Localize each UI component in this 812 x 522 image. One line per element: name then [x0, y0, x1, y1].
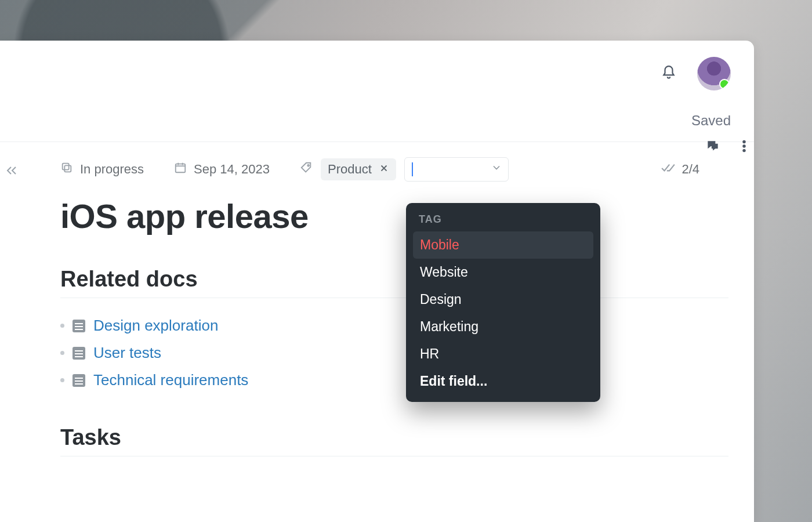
related-docs-list: Design exploration User tests Technical …	[60, 312, 728, 394]
tag-input[interactable]	[404, 157, 509, 182]
document-icon	[72, 347, 85, 360]
chevron-down-icon[interactable]	[491, 162, 502, 177]
svg-rect-5	[176, 164, 186, 173]
section-tasks: Tasks	[60, 425, 728, 456]
status-field[interactable]: In progress	[60, 161, 144, 177]
notifications-icon[interactable]	[661, 65, 676, 82]
doc-link[interactable]: Technical requirements	[93, 371, 248, 389]
double-check-icon	[661, 160, 676, 179]
doc-link[interactable]: Design exploration	[93, 317, 218, 335]
bullet-icon	[60, 351, 64, 355]
dropdown-item-website[interactable]: Website	[413, 259, 593, 286]
svg-rect-4	[64, 165, 71, 172]
save-status: Saved	[691, 113, 731, 129]
svg-point-2	[743, 149, 745, 151]
collapse-sidebar-icon[interactable]	[5, 164, 19, 180]
bullet-icon	[60, 378, 64, 382]
dropdown-item-mobile[interactable]: Mobile	[413, 231, 593, 259]
bullet-icon	[60, 324, 64, 328]
document-card: Saved In progress Sep	[0, 41, 754, 522]
doc-link[interactable]: User tests	[93, 344, 161, 362]
topbar: Saved	[0, 41, 754, 142]
tag-icon	[300, 161, 313, 177]
tag-field: Product	[300, 157, 509, 182]
list-item[interactable]: Technical requirements	[60, 367, 728, 394]
status-label: In progress	[80, 162, 144, 177]
svg-rect-3	[63, 164, 69, 170]
page-title[interactable]: iOS app release	[60, 197, 728, 235]
dropdown-item-marketing[interactable]: Marketing	[413, 313, 593, 340]
dropdown-edit-field[interactable]: Edit field...	[413, 368, 593, 395]
tag-chip-label: Product	[328, 162, 372, 177]
document-content: In progress Sep 14, 2023 Product	[35, 142, 754, 522]
svg-point-1	[743, 145, 745, 147]
tag-dropdown: TAG Mobile Website Design Marketing HR E…	[406, 203, 600, 402]
svg-point-0	[743, 140, 745, 143]
list-item[interactable]: User tests	[60, 339, 728, 367]
dropdown-label: TAG	[413, 212, 593, 231]
tag-chip[interactable]: Product	[321, 158, 396, 180]
date-label: Sep 14, 2023	[194, 162, 270, 177]
section-related-docs: Related docs	[60, 267, 728, 298]
comments-icon[interactable]	[705, 139, 720, 156]
calendar-icon	[174, 161, 187, 177]
row-actions	[705, 139, 752, 156]
date-field[interactable]: Sep 14, 2023	[174, 161, 270, 177]
dropdown-item-design[interactable]: Design	[413, 286, 593, 313]
dropdown-item-hr[interactable]: HR	[413, 340, 593, 368]
status-icon	[60, 161, 73, 177]
avatar[interactable]	[697, 57, 731, 90]
svg-point-6	[307, 165, 309, 166]
document-icon	[72, 320, 85, 332]
text-caret	[412, 162, 413, 176]
document-icon	[72, 374, 85, 387]
checklist-progress[interactable]: 2/4	[661, 160, 699, 179]
checklist-count: 2/4	[682, 162, 699, 177]
remove-tag-icon[interactable]	[379, 162, 389, 177]
meta-row: In progress Sep 14, 2023 Product	[60, 157, 728, 182]
more-icon[interactable]	[737, 139, 752, 156]
list-item[interactable]: Design exploration	[60, 312, 728, 339]
